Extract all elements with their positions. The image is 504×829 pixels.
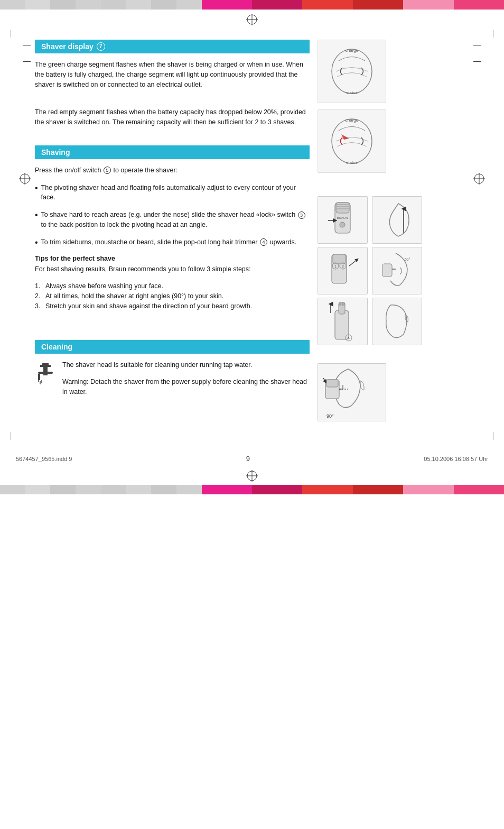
cleaning-header: Cleaning	[35, 340, 310, 354]
tips-intro: For best shaving results, Braun recommen…	[35, 264, 310, 274]
svg-rect-8	[43, 367, 48, 375]
cleaning-title: Cleaning	[41, 343, 72, 351]
shaver-display-para2: The red empty segment flashes when the b…	[35, 107, 310, 127]
right-margin	[473, 40, 489, 421]
svg-text:status: status	[346, 160, 357, 165]
svg-rect-28	[333, 254, 346, 264]
svg-text:charge: charge	[346, 48, 359, 53]
shaver-display-title: Shaver display	[41, 42, 94, 51]
tip-item-1: 1. Always shave before washing your face…	[35, 281, 310, 291]
shaving-bullets: The pivoting shaver head and floating fo…	[35, 183, 310, 247]
top-registration-area	[0, 10, 504, 30]
shaving-section: Shaving Press the on/off switch 5 to ope…	[35, 145, 310, 247]
shaver-display-para1: The green charge segment flashes when th…	[35, 60, 310, 89]
charge-diagram-1: charge status	[318, 40, 386, 103]
bullet-item-1: The pivoting shaver head and floating fo…	[35, 183, 310, 203]
shaver-display-circle: 7	[97, 42, 105, 51]
shaving-diagram-6	[372, 298, 422, 345]
svg-rect-10	[38, 374, 40, 380]
circle-5: 5	[104, 167, 111, 174]
color-bar-bottom	[0, 485, 504, 494]
shaving-diagram-1: BRAUN	[318, 196, 368, 244]
tips-list: 1. Always shave before washing your face…	[35, 281, 310, 311]
svg-text:BRAUN: BRAUN	[337, 216, 348, 219]
shaving-diagrams-grid: BRAUN	[318, 196, 423, 345]
footer: 5674457_9565.indd 9 9 05.10.2006 16:08:5…	[0, 450, 504, 467]
registration-mark-bottom	[246, 470, 258, 482]
tip-item-3: 3. Stretch your skin and shave against t…	[35, 301, 310, 311]
bottom-registration-area	[0, 467, 504, 485]
shaving-intro: Press the on/off switch 5 to operate the…	[35, 165, 310, 176]
left-margin	[15, 40, 31, 421]
circle-3: 3	[298, 211, 305, 219]
sep-lines-bottom	[0, 432, 504, 440]
water-tap-icon	[35, 361, 56, 388]
tip-text-1: Always shave before washing your face.	[45, 281, 163, 291]
shaving-title: Shaving	[41, 148, 70, 156]
cleaning-para1: The shaver head is suitable for cleaning…	[62, 360, 310, 370]
svg-point-14	[332, 49, 372, 94]
registration-mark-left	[19, 173, 31, 185]
tip-item-2: 2. At all times, hold the shaver at righ…	[35, 291, 310, 301]
cleaning-text: The shaver head is suitable for cleaning…	[62, 360, 310, 404]
shaving-header: Shaving	[35, 145, 310, 159]
footer-left: 5674457_9565.indd 9	[16, 456, 72, 462]
svg-text:1: 1	[334, 264, 337, 268]
cleaning-section: Cleaning	[35, 340, 310, 404]
shaving-diagram-2	[372, 196, 422, 244]
bullet-text-2: To shave hard to reach areas (e.g. under…	[41, 210, 310, 230]
angle-diagram: 90°	[318, 363, 386, 421]
shaver-display-section: Shaver display 7 The green charge segmen…	[35, 40, 310, 127]
svg-rect-6	[42, 363, 49, 365]
cleaning-para2: Warning: Detach the shaver from the powe…	[62, 377, 310, 397]
shaving-diagram-5: 4	[318, 298, 368, 345]
svg-text:status: status	[346, 90, 357, 95]
svg-rect-45	[326, 380, 338, 387]
svg-text:60°: 60°	[405, 257, 410, 261]
svg-rect-7	[40, 365, 51, 367]
shaving-diagram-3: 1 2	[318, 247, 368, 294]
svg-text:90°: 90°	[326, 413, 334, 419]
svg-point-17	[332, 119, 372, 163]
bullet-text-1: The pivoting shaver head and floating fo…	[41, 183, 310, 203]
svg-rect-9	[38, 372, 53, 374]
tip-text-2: At all times, hold the shaver at right a…	[45, 291, 223, 301]
registration-mark-right	[473, 173, 485, 185]
svg-text:2: 2	[342, 264, 344, 268]
left-column: Shaver display 7 The green charge segmen…	[35, 40, 310, 421]
right-column: charge status charge	[318, 40, 423, 421]
shaver-display-header: Shaver display 7	[35, 40, 310, 53]
svg-text:4: 4	[348, 336, 350, 340]
page-number: 9	[72, 455, 424, 463]
tip-text-3: Stretch your skin and shave against the …	[45, 301, 252, 311]
content-area: Shaver display 7 The green charge segmen…	[35, 40, 469, 421]
bullet-item-2: To shave hard to reach areas (e.g. under…	[35, 210, 310, 230]
tips-section: Tips for the perfect shave For best shav…	[35, 255, 310, 311]
circle-4: 4	[260, 238, 267, 246]
main-layout: Shaver display 7 The green charge segmen…	[0, 38, 504, 421]
tips-title: Tips for the perfect shave	[35, 255, 310, 262]
registration-mark-top	[246, 14, 258, 25]
sep-lines-top	[0, 30, 504, 38]
bullet-item-3: To trim sideburns, moustache or beard, s…	[35, 237, 310, 247]
cleaning-content: The shaver head is suitable for cleaning…	[35, 360, 310, 404]
svg-rect-21	[336, 202, 349, 213]
svg-rect-33	[382, 264, 392, 277]
shaving-diagram-4: 60°	[372, 247, 422, 294]
charge-diagram-2: charge status	[318, 109, 386, 173]
svg-rect-35	[335, 310, 349, 339]
svg-text:charge: charge	[346, 118, 359, 123]
footer-right: 05.10.2006 16:08:57 Uhr	[424, 456, 488, 462]
svg-point-25	[340, 222, 345, 227]
bullet-text-3: To trim sideburns, moustache or beard, s…	[41, 237, 297, 247]
color-bar-top	[0, 0, 504, 10]
